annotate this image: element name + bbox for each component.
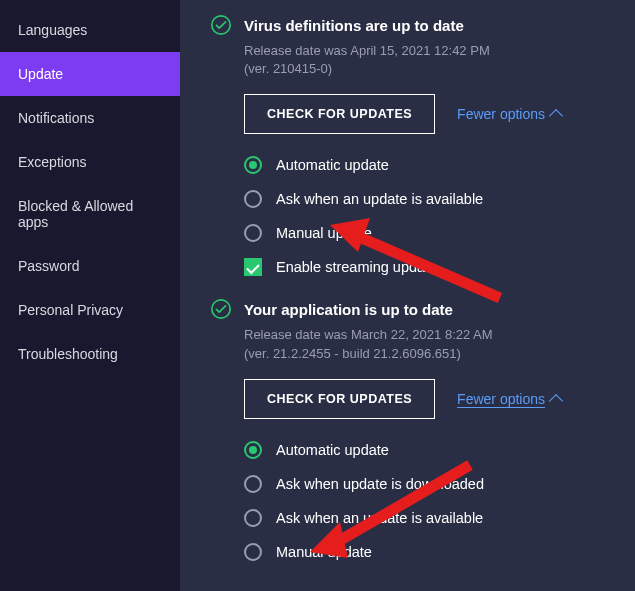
virus-radio-ask-available[interactable]: Ask when an update is available	[244, 190, 615, 208]
sidebar: Languages Update Notifications Exception…	[0, 0, 180, 591]
radio-icon	[244, 190, 262, 208]
virus-version: (ver. 210415-0)	[244, 60, 615, 78]
app-check-updates-button[interactable]: CHECK FOR UPDATES	[244, 379, 435, 419]
virus-title: Virus definitions are up to date	[244, 17, 464, 34]
radio-label: Ask when update is downloaded	[276, 476, 484, 492]
app-version: (ver. 21.2.2455 - build 21.2.6096.651)	[244, 345, 615, 363]
app-title: Your application is up to date	[244, 301, 453, 318]
virus-release-date: Release date was April 15, 2021 12:42 PM	[244, 42, 615, 60]
sidebar-item-exceptions[interactable]: Exceptions	[0, 140, 180, 184]
app-radio-automatic[interactable]: Automatic update	[244, 441, 615, 459]
app-section-header: Your application is up to date	[210, 298, 615, 320]
svg-point-1	[212, 300, 230, 318]
radio-label: Manual update	[276, 225, 372, 241]
radio-icon	[244, 224, 262, 242]
virus-radio-automatic[interactable]: Automatic update	[244, 156, 615, 174]
virus-meta: Release date was April 15, 2021 12:42 PM…	[244, 42, 615, 78]
radio-label: Automatic update	[276, 442, 389, 458]
radio-label: Manual update	[276, 544, 372, 560]
app-fewer-options-label: Fewer options	[457, 391, 545, 407]
virus-checkbox-streaming[interactable]: Enable streaming update	[244, 258, 615, 276]
virus-fewer-options-link[interactable]: Fewer options	[457, 106, 561, 122]
radio-icon	[244, 543, 262, 561]
radio-label: Automatic update	[276, 157, 389, 173]
virus-section-header: Virus definitions are up to date	[210, 14, 615, 36]
checkbox-icon	[244, 258, 262, 276]
app-fewer-options-link[interactable]: Fewer options	[457, 391, 561, 407]
sidebar-item-troubleshooting[interactable]: Troubleshooting	[0, 332, 180, 376]
radio-icon	[244, 441, 262, 459]
radio-icon	[244, 509, 262, 527]
app-action-row: CHECK FOR UPDATES Fewer options	[244, 379, 615, 419]
main-content: Virus definitions are up to date Release…	[180, 0, 635, 591]
sidebar-item-notifications[interactable]: Notifications	[0, 96, 180, 140]
virus-options: Automatic update Ask when an update is a…	[244, 156, 615, 276]
virus-radio-manual[interactable]: Manual update	[244, 224, 615, 242]
radio-label: Ask when an update is available	[276, 510, 483, 526]
radio-icon	[244, 156, 262, 174]
check-circle-icon	[210, 14, 232, 36]
app-radio-ask-downloaded[interactable]: Ask when update is downloaded	[244, 475, 615, 493]
check-circle-icon	[210, 298, 232, 320]
app-radio-ask-available[interactable]: Ask when an update is available	[244, 509, 615, 527]
sidebar-item-update[interactable]: Update	[0, 52, 180, 96]
radio-icon	[244, 475, 262, 493]
virus-check-updates-button[interactable]: CHECK FOR UPDATES	[244, 94, 435, 134]
app-radio-manual[interactable]: Manual update	[244, 543, 615, 561]
sidebar-item-languages[interactable]: Languages	[0, 8, 180, 52]
radio-label: Ask when an update is available	[276, 191, 483, 207]
sidebar-item-personal-privacy[interactable]: Personal Privacy	[0, 288, 180, 332]
virus-fewer-options-label: Fewer options	[457, 106, 545, 122]
svg-point-0	[212, 16, 230, 34]
sidebar-item-password[interactable]: Password	[0, 244, 180, 288]
app-options: Automatic update Ask when update is down…	[244, 441, 615, 561]
app-meta: Release date was March 22, 2021 8:22 AM …	[244, 326, 615, 362]
chevron-up-icon	[549, 394, 563, 408]
sidebar-item-blocked-allowed-apps[interactable]: Blocked & Allowed apps	[0, 184, 180, 244]
checkbox-label: Enable streaming update	[276, 259, 437, 275]
app-release-date: Release date was March 22, 2021 8:22 AM	[244, 326, 615, 344]
virus-action-row: CHECK FOR UPDATES Fewer options	[244, 94, 615, 134]
chevron-up-icon	[549, 109, 563, 123]
